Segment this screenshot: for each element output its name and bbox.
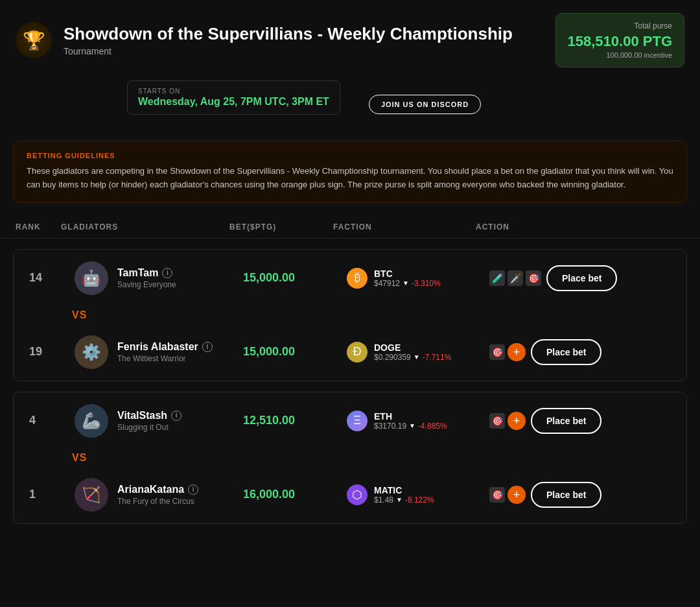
gladiator-name: VitalStashi [117, 410, 181, 422]
trophy-icon: 🏆 [16, 22, 52, 58]
gladiator-name: Fenris Alabasteri [117, 341, 213, 353]
place-bet-button[interactable]: Place bet [531, 408, 601, 434]
add-item-button[interactable]: + [508, 343, 526, 361]
gladiator-row-1-1: 1🏹ArianaKatanaiThe Fury of the Circus16,… [14, 466, 686, 523]
item-icon: 🎯 [489, 413, 505, 429]
purse-value: 158,510.00 PTG [568, 33, 672, 50]
item-icons: 🎯+ [489, 486, 526, 504]
faction-cell: ⬡MATIC$1.48▼-8.122% [347, 484, 489, 505]
guidelines-title: BETTING GUIDELINES [27, 152, 673, 160]
vs-text: VS [72, 452, 87, 464]
chevron-down-icon: ▼ [409, 422, 415, 429]
gladiator-row-1-0: 4🦾VitalStashiSlugging it Out12,510.00ΞET… [14, 392, 686, 449]
col-gladiators: GLADIATORS [61, 222, 229, 232]
faction-cell: ₿BTC$47912▼-3.310% [347, 268, 489, 289]
faction-price: $1.48 [374, 495, 393, 505]
item-icon: 🗡️ [508, 270, 523, 286]
page-header: 🏆 Showdown of the Supervillians - Weekly… [0, 0, 700, 80]
item-icon: 🎯 [489, 344, 505, 360]
item-icons: 🎯+ [489, 343, 526, 361]
place-bet-button[interactable]: Place bet [531, 482, 601, 508]
gladiator-tagline: The Wittiest Warrior [117, 354, 213, 363]
faction-coin-icon: ⬡ [347, 484, 368, 505]
faction-change: -8.122% [405, 495, 434, 505]
bet-amount: 15,000.00 [243, 271, 347, 285]
action-cell: 🧪🗡️🎯Place bet [489, 265, 593, 291]
add-item-button[interactable]: + [508, 486, 526, 504]
gladiator-row-0-1: 19⚙️Fenris AlabasteriThe Wittiest Warrio… [14, 324, 686, 381]
action-cell: 🎯+Place bet [489, 408, 593, 434]
page-title: Showdown of the Supervillians - Weekly C… [64, 24, 544, 44]
bet-amount: 16,000.00 [243, 488, 347, 501]
rank-num: 4 [29, 414, 75, 427]
faction-change: -7.711% [423, 353, 452, 362]
gladiator-avatar: 🦾 [75, 404, 108, 438]
bet-amount: 12,510.00 [243, 414, 347, 427]
col-bet: BET($PTG) [229, 222, 333, 232]
place-bet-button[interactable]: Place bet [546, 265, 617, 291]
vs-text: VS [72, 309, 87, 321]
faction-name: ETH [374, 411, 447, 422]
starts-on-label: STARTS ON [138, 88, 329, 95]
item-icon: 🎯 [489, 487, 505, 503]
table-header: RANK GLADIATORS BET($PTG) FACTION ACTION [0, 216, 700, 239]
match-block-0: 14🤖TamTamiSaving Everyone15,000.00₿BTC$4… [13, 249, 687, 381]
gladiator-info: 🦾VitalStashiSlugging it Out [75, 404, 243, 438]
item-icon: 🎯 [526, 270, 541, 286]
match-block-1: 4🦾VitalStashiSlugging it Out12,510.00ΞET… [13, 392, 687, 524]
faction-name: DOGE [374, 342, 451, 353]
chevron-down-icon: ▼ [402, 280, 409, 287]
gladiator-avatar: 🤖 [75, 261, 108, 295]
faction-name: MATIC [374, 485, 434, 495]
total-purse-box: Total purse 158,510.00 PTG 100,000.00 in… [555, 13, 684, 67]
info-icon[interactable]: i [162, 268, 172, 278]
bet-amount: 15,000.00 [243, 345, 347, 359]
gladiator-row-0-0: 14🤖TamTamiSaving Everyone15,000.00₿BTC$4… [14, 250, 686, 307]
page-subtitle: Tournament [64, 46, 544, 56]
purse-label: Total purse [568, 21, 672, 30]
rank-num: 19 [29, 345, 75, 359]
faction-price: $47912 [374, 279, 400, 288]
starts-on-date: Wednesday, Aug 25, 7PM UTC, 3PM ET [138, 96, 329, 108]
faction-price: $0.290359 [374, 353, 411, 362]
chevron-down-icon: ▼ [396, 496, 402, 503]
col-faction: FACTION [333, 222, 476, 232]
add-item-button[interactable]: + [508, 412, 526, 430]
faction-coin-icon: Ξ [347, 411, 368, 431]
col-rank: RANK [16, 222, 61, 232]
gladiator-avatar: 🏹 [75, 478, 108, 512]
vs-divider: VS [14, 307, 686, 324]
matches-container: 14🤖TamTamiSaving Everyone15,000.00₿BTC$4… [0, 249, 700, 524]
faction-coin-icon: ₿ [347, 268, 368, 289]
gladiator-name: TamTami [117, 267, 176, 279]
purse-incentive: 100,000.00 incentive [568, 51, 672, 59]
gladiator-tagline: Saving Everyone [117, 280, 176, 289]
gladiator-info: 🏹ArianaKatanaiThe Fury of the Circus [75, 478, 243, 512]
discord-button[interactable]: JOIN US ON DISCORD [369, 95, 481, 114]
place-bet-button[interactable]: Place bet [531, 339, 601, 365]
gladiator-tagline: Slugging it Out [117, 423, 181, 432]
item-icon: 🧪 [489, 270, 505, 286]
chevron-down-icon: ▼ [414, 353, 420, 361]
action-cell: 🎯+Place bet [489, 482, 593, 508]
gladiator-info: ⚙️Fenris AlabasteriThe Wittiest Warrior [75, 335, 243, 369]
faction-change: -3.310% [412, 279, 441, 288]
info-icon[interactable]: i [171, 411, 181, 421]
faction-coin-icon: Ð [347, 342, 368, 363]
info-icon[interactable]: i [188, 484, 198, 495]
guidelines-text: These gladiators are competing in the Sh… [27, 165, 673, 192]
gladiator-tagline: The Fury of the Circus [117, 497, 198, 506]
info-icon[interactable]: i [202, 342, 213, 352]
starts-on-box: STARTS ON Wednesday, Aug 25, 7PM UTC, 3P… [127, 80, 340, 115]
faction-change: -4.885% [418, 422, 447, 431]
header-bottom: STARTS ON Wednesday, Aug 25, 7PM UTC, 3P… [64, 80, 684, 128]
faction-cell: ΞETH$3170.19▼-4.885% [347, 411, 489, 431]
action-cell: 🎯+Place bet [489, 339, 593, 365]
gladiator-name: ArianaKatanai [117, 484, 198, 495]
col-action: ACTION [476, 222, 579, 232]
gladiator-info: 🤖TamTamiSaving Everyone [75, 261, 243, 295]
rank-num: 1 [29, 488, 75, 501]
item-icons: 🎯+ [489, 412, 526, 430]
gladiator-avatar: ⚙️ [75, 335, 108, 369]
header-text: Showdown of the Supervillians - Weekly C… [64, 24, 544, 56]
